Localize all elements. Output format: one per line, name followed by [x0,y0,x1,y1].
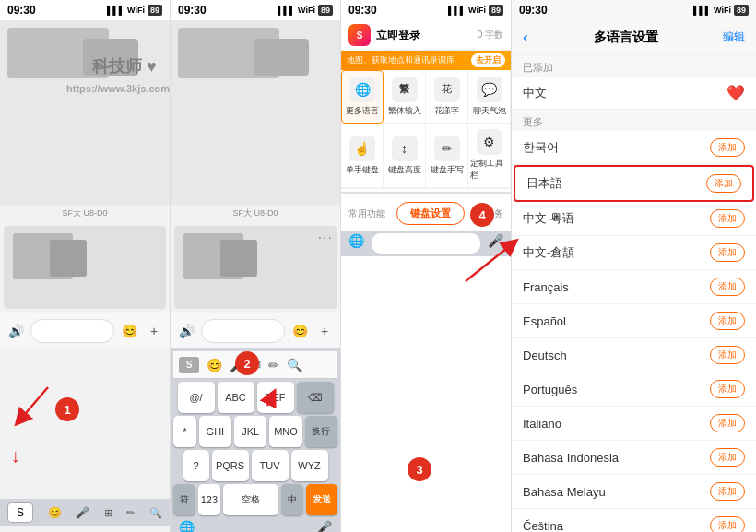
key-chinese[interactable]: 中 [281,484,303,515]
add-btn-malay[interactable]: 添加 [710,482,745,501]
func-custom[interactable]: ⚙ 定制工具栏 [468,124,511,188]
add-btn-spanish[interactable]: 添加 [710,312,745,330]
globe-icon-3[interactable]: 🌐 [348,233,364,254]
func-bubble[interactable]: 💬 聊天气泡 [468,70,511,124]
key-tuv[interactable]: TUV [252,450,289,481]
status-time-3: 09:30 [348,4,377,17]
key-jkl[interactable]: JKL [234,416,266,447]
add-btn-japanese[interactable]: 添加 [706,174,741,193]
add-btn-korean[interactable]: 添加 [710,138,745,157]
input-bar-1: 🔊 😊 + [0,313,170,348]
panel-language-settings: 09:30 ▌▌▌ WiFi 89 ‹ 多语言设置 编辑 科技师 ♥ https… [512,0,756,532]
func-huayang[interactable]: 花 花漾字 [426,70,468,124]
add-btn-portuguese[interactable]: 添加 [710,380,745,398]
func-traditional[interactable]: 繁 繁体输入 [384,70,426,124]
add-btn-cangjie[interactable]: 添加 [710,243,745,262]
add-btn-german[interactable]: 添加 [710,346,745,364]
add-icon-2[interactable]: + [314,321,335,341]
func-label-more-lang: 更多语言 [346,105,379,117]
key-123[interactable]: 123 [198,484,220,515]
sogou-s-icon[interactable]: S [179,357,199,373]
add-icon-1[interactable]: + [144,321,164,341]
tab-common[interactable]: 常用功能 [348,207,385,220]
kb-row-2: * GHI JKL MNO 换行 [173,416,337,447]
chat-label-1: SF大 U8-D0 [0,205,170,222]
text-input-2[interactable] [201,319,285,343]
key-wyz[interactable]: WYZ [291,450,328,481]
mic-bottom-icon-3[interactable]: 🎤 [488,233,503,254]
add-btn-italian[interactable]: 添加 [710,414,745,432]
emoji-icon-2[interactable]: 😊 [289,321,310,341]
status-icons-1: ▌▌▌ WiFi 89 [107,5,162,16]
mic-kb-1[interactable]: 🎤 [76,506,89,519]
func-handwrite[interactable]: ✏ 键盘手写 [426,124,468,188]
func-more-languages[interactable]: 🌐 更多语言 [341,70,384,124]
kb-bottom-row: 🌐 🎤 [173,518,337,532]
add-btn-french[interactable]: 添加 [710,278,745,296]
key-pqrs[interactable]: PQRS [212,450,249,481]
pencil-toolbar-icon[interactable]: ✏ [268,358,279,372]
add-btn-czech[interactable]: 添加 [710,516,745,532]
arrow-container-1: ↑ [11,448,20,469]
key-backspace[interactable]: ⌫ [297,382,334,413]
login-label[interactable]: 立即登录 [376,28,420,43]
keyboard-main: S 😊 🎤 ⊞ ✏ 🔍 @/ ABC DEF ⌫ * GHI JKL MNO 换… [171,348,340,532]
emoji-kb-1[interactable]: 😊 [48,506,62,519]
key-mno[interactable]: MNO [269,416,301,447]
edit-button[interactable]: 编辑 [723,30,745,45]
keyboard-icon-s[interactable]: S [7,502,33,523]
lang-item-spanish: Español 添加 [512,304,756,338]
lang-item-cantonese: 中文-粤语 添加 [512,202,756,236]
kb-bottom-row-3: 🌐 🎤 [341,231,511,256]
search-toolbar-icon[interactable]: 🔍 [287,358,302,372]
func-label-bubble: 聊天气泡 [473,105,506,117]
key-abc[interactable]: ABC [218,382,254,413]
key-ghi[interactable]: GHI [199,416,231,447]
add-btn-indonesian[interactable]: 添加 [710,448,745,467]
chat-image-area-2: ··· [174,226,337,309]
status-bar-2: 09:30 ▌▌▌ WiFi 89 [171,0,340,20]
add-btn-cantonese[interactable]: 添加 [710,209,745,228]
key-send[interactable]: 发送 [306,484,337,515]
key-fu[interactable]: 符 [173,484,195,515]
emoji-toolbar-icon[interactable]: 😊 [207,358,222,372]
text-input-1[interactable] [30,319,114,343]
globe-icon[interactable]: 🌐 [179,520,195,532]
emoji-icon-1[interactable]: 😊 [119,321,139,341]
divider-3 [341,192,511,194]
function-grid: 🌐 更多语言 繁 繁体输入 花 花漾字 💬 聊天气泡 ☝ 单手键盘 ↕ [341,70,511,189]
grid-kb-1[interactable]: ⊞ [104,507,112,519]
lang-name-portuguese: Português [523,383,577,396]
signal-icon-1: ▌▌▌ [107,6,124,15]
speaker-icon[interactable]: 🔊 [6,321,26,341]
mic-bottom-icon[interactable]: 🎤 [316,520,332,532]
key-question[interactable]: ? [183,450,209,481]
lang-item-chinese: 中文 ❤️ [512,77,756,110]
signal-icon-2: ▌▌▌ [278,6,295,15]
status-bar-3: 09:30 ▌▌▌ WiFi 89 [341,0,511,20]
func-height[interactable]: ↕ 键盘高度 [384,124,426,188]
key-at[interactable]: @/ [178,382,215,413]
ad-open-btn[interactable]: 去开启 [471,53,505,67]
blur-block-2d [220,240,257,277]
onehand-icon: ☝ [349,136,375,161]
lang-item-malay: Bahasa Melayu 添加 [512,475,756,509]
status-time-2: 09:30 [178,4,207,17]
step-badge-3: 3 [408,457,431,481]
lang-name-german: Deutsch [523,349,567,362]
lang-item-cangjie: 中文-倉頡 添加 [512,236,756,270]
battery-1: 89 [148,5,162,16]
pencil-kb-1[interactable]: ✏ [126,507,135,519]
more-dots-2[interactable]: ··· [318,230,333,246]
arrow-down-1: ↑ [11,448,20,469]
key-space[interactable]: 空格 [223,484,278,515]
func-onehand[interactable]: ☝ 单手键盘 [341,124,384,188]
search-kb-1[interactable]: 🔍 [149,507,162,519]
space-bar-3[interactable] [372,233,480,254]
key-def[interactable]: DEF [257,382,294,413]
keyboard-settings-btn[interactable]: 键盘设置 [396,202,465,225]
speaker-icon-2[interactable]: 🔊 [176,321,196,341]
key-star[interactable]: * [173,416,196,447]
key-newline[interactable]: 换行 [305,416,337,447]
chat-content-area-1 [0,20,170,205]
